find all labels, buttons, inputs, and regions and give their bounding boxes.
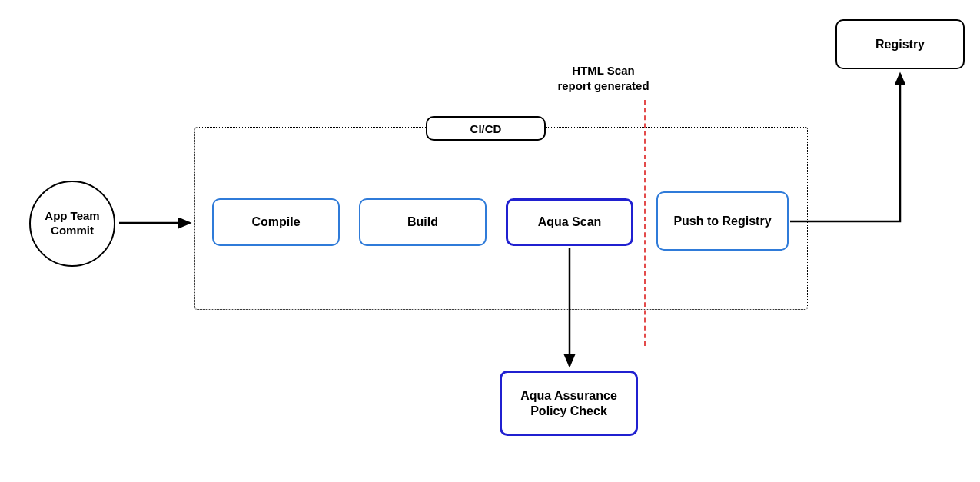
node-policy-check: Aqua Assurance Policy Check xyxy=(500,371,638,436)
scan-boundary-line xyxy=(644,100,646,346)
node-build: Build xyxy=(359,198,487,246)
policy-check-label: Aqua Assurance Policy Check xyxy=(520,388,617,419)
aqua-scan-label: Aqua Scan xyxy=(538,214,602,230)
annotation-html-scan: HTML Scan report generated xyxy=(538,63,669,93)
app-team-commit-label: App Team Commit xyxy=(45,209,99,238)
diagram-canvas: CI/CD App Team Commit Compile Build Aqua… xyxy=(0,0,980,482)
node-app-team-commit: App Team Commit xyxy=(29,181,115,267)
annotation-html-scan-text: HTML Scan report generated xyxy=(557,64,649,92)
cicd-label-text: CI/CD xyxy=(470,122,502,135)
node-push-registry: Push to Registry xyxy=(656,191,789,251)
push-registry-label: Push to Registry xyxy=(673,214,771,229)
compile-label: Compile xyxy=(251,214,300,230)
node-registry: Registry xyxy=(835,19,965,69)
build-label: Build xyxy=(407,214,438,230)
node-aqua-scan: Aqua Scan xyxy=(506,198,633,246)
registry-label: Registry xyxy=(875,37,925,52)
node-compile: Compile xyxy=(212,198,340,246)
cicd-label-box: CI/CD xyxy=(426,116,546,141)
